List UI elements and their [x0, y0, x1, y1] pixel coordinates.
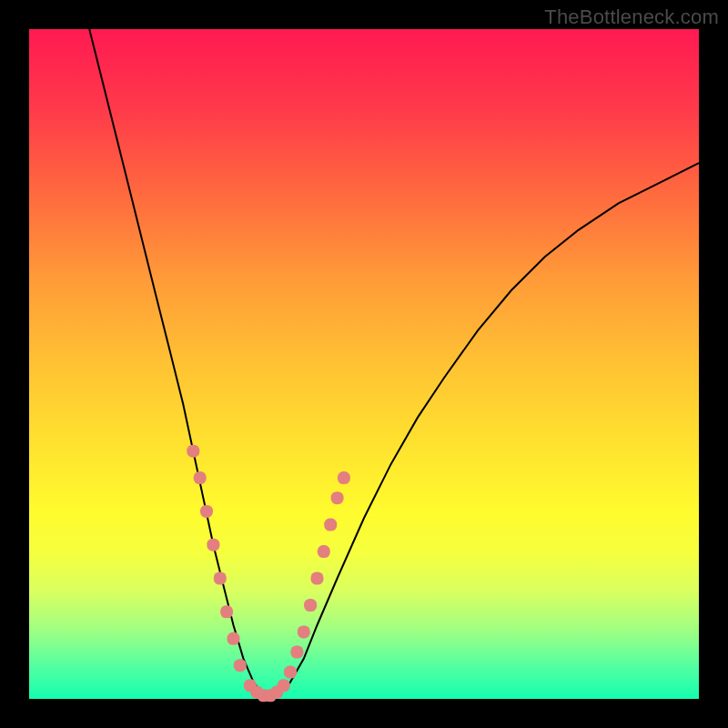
- curve-marker: [324, 519, 337, 531]
- curve-marker: [338, 471, 350, 484]
- bottleneck-curve: [89, 29, 699, 695]
- plot-area: [29, 29, 699, 699]
- curve-markers: [187, 445, 350, 703]
- curve-marker: [194, 471, 207, 484]
- curve-marker: [200, 505, 213, 518]
- curve-marker: [207, 539, 219, 551]
- curve-marker: [214, 572, 227, 585]
- watermark-text: TheBottleneck.com: [544, 5, 719, 29]
- curve-marker: [311, 572, 324, 585]
- chart-svg: [29, 29, 699, 699]
- chart-frame: TheBottleneck.com: [0, 0, 728, 728]
- curve-marker: [187, 445, 199, 458]
- curve-marker: [284, 666, 297, 679]
- curve-marker: [304, 599, 317, 612]
- curve-marker: [278, 679, 290, 692]
- curve-marker: [331, 491, 344, 504]
- curve-marker: [220, 605, 233, 618]
- curve-marker: [298, 625, 310, 638]
- curve-marker: [290, 646, 303, 659]
- curve-marker: [318, 545, 330, 558]
- curve-marker: [234, 659, 247, 672]
- curve-marker: [228, 632, 240, 645]
